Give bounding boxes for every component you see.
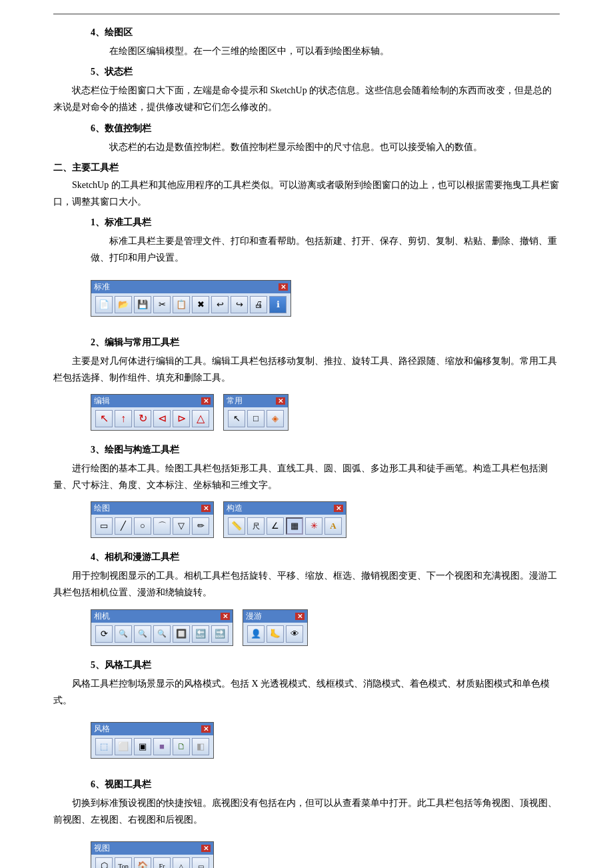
tool-zoom-ext[interactable]: 🔍: [115, 625, 132, 643]
section-edit-toolbar: 2、编辑与常用工具栏 主要是对几何体进行编辑的工具。编辑工具栏包括移动复制、推拉…: [53, 337, 560, 437]
tool-zoom2[interactable]: 🔍: [153, 625, 171, 643]
main-toolbar-title: 二、主要工具栏: [53, 162, 560, 174]
walk-close[interactable]: ✕: [295, 613, 305, 620]
tool-line[interactable]: ╱: [115, 517, 132, 535]
main-toolbar-text: SketchUp 的工具栏和其他应用程序的工具栏类似。可以游离或者吸附到绘图窗口…: [53, 177, 560, 210]
tool-xray[interactable]: ⬚: [95, 738, 113, 755]
tool-3dtext[interactable]: A: [324, 517, 342, 535]
tool-delete[interactable]: ✖: [192, 296, 209, 313]
tool-monochrome[interactable]: ◧: [192, 738, 209, 755]
tool-next-view[interactable]: 🔜: [211, 625, 229, 643]
tool-textured[interactable]: 🗋: [173, 738, 190, 755]
construct-body: 📏 尺 ∠ ▦ ✳ A: [224, 515, 346, 537]
view-close[interactable]: ✕: [201, 845, 211, 852]
tool-shaded[interactable]: ■: [153, 738, 171, 755]
tool-axes[interactable]: ✳: [305, 517, 322, 535]
section-main-toolbar: 二、主要工具栏 SketchUp 的工具栏和其他应用程序的工具栏类似。可以游离或…: [53, 162, 560, 210]
tool-open[interactable]: 📂: [115, 296, 132, 313]
tool-paint[interactable]: ◈: [267, 410, 284, 427]
tool-text[interactable]: ▦: [286, 517, 303, 535]
tool-cut[interactable]: ✂: [153, 296, 171, 313]
tool-rotate[interactable]: ↻: [134, 410, 151, 427]
edit-close[interactable]: ✕: [201, 397, 211, 405]
section-view-toolbar: 6、视图工具栏 切换到标准预设视图的快捷按钮。底视图没有包括在内，但可以从查看菜…: [53, 779, 560, 868]
tool-dimension[interactable]: 尺: [247, 517, 265, 535]
section-drawing-area: 4、绘图区 在绘图区编辑模型。在一个三维的绘图区中，可以看到绘图坐标轴。: [53, 27, 560, 59]
tool-hidden-line[interactable]: ▣: [134, 738, 151, 755]
edit-toolbar-box: 编辑 ✕ ↖ ↑ ↻ ⊲ ⊳ △: [91, 394, 214, 431]
tool-copy[interactable]: 📋: [173, 296, 190, 313]
tool-prev-view[interactable]: 🔙: [192, 625, 209, 643]
common-body: ↖ □ ◈: [224, 407, 288, 430]
tool-arc[interactable]: ⌒: [153, 517, 171, 535]
tool-push[interactable]: ↑: [115, 410, 132, 427]
tool-right[interactable]: ▭: [192, 857, 209, 868]
view-toolbar-text: 切换到标准预设视图的快捷按钮。底视图没有包括在内，但可以从查看菜单中打开。此工具…: [53, 795, 560, 828]
tool-left[interactable]: △: [173, 857, 190, 868]
draw-toolbar-text: 进行绘图的基本工具。绘图工具栏包括矩形工具、直线工具、圆、圆弧、多边形工具和徒手…: [53, 460, 560, 493]
tool-new[interactable]: 📄: [95, 296, 113, 313]
tool-top[interactable]: Top: [115, 857, 132, 868]
style-label: 风格: [94, 723, 110, 735]
tool-follow[interactable]: ⊲: [153, 410, 171, 427]
style-header: 风格 ✕: [91, 723, 213, 735]
tool-home[interactable]: 🏠: [134, 857, 151, 868]
tool-offset[interactable]: △: [192, 410, 209, 427]
standard-toolbar-close[interactable]: ✕: [279, 283, 288, 291]
tool-print[interactable]: 🖨: [250, 296, 267, 313]
view-body: ⬡ Top 🏠 Fr △ ▭: [91, 855, 213, 868]
tool-polygon[interactable]: ▽: [173, 517, 190, 535]
tool-position-camera[interactable]: 👤: [247, 625, 265, 643]
camera-close[interactable]: ✕: [221, 613, 230, 620]
tool-orbit[interactable]: ⟳: [95, 625, 113, 643]
tool-iso[interactable]: ⬡: [95, 857, 113, 868]
draw-header: 绘图 ✕: [91, 502, 213, 515]
draw-toolbar-title: 3、绘图与构造工具栏: [91, 444, 560, 456]
edit-toolbars-row: 编辑 ✕ ↖ ↑ ↻ ⊲ ⊳ △ 常用 ✕ ↖ □ ◈: [91, 390, 560, 437]
tool-info[interactable]: ℹ: [269, 296, 287, 313]
tool-rect[interactable]: ▭: [95, 517, 113, 535]
tool-zoom[interactable]: 🔍: [134, 625, 151, 643]
edit-body: ↖ ↑ ↻ ⊲ ⊳ △: [91, 407, 213, 430]
tool-front[interactable]: Fr: [153, 857, 171, 868]
style-toolbar-title: 5、风格工具栏: [91, 659, 560, 671]
camera-toolbars-row: 相机 ✕ ⟳ 🔍 🔍 🔍 🔲 🔙 🔜 漫游 ✕ 👤 🦶 👁: [91, 605, 560, 653]
common-label: 常用: [227, 395, 243, 407]
value-control-title: 6、数值控制栏: [91, 123, 560, 135]
tool-component[interactable]: □: [247, 410, 265, 427]
tool-save[interactable]: 💾: [134, 296, 151, 313]
tool-circle[interactable]: ○: [134, 517, 151, 535]
walk-label: 漫游: [246, 611, 262, 622]
camera-header: 相机 ✕: [91, 610, 233, 623]
walk-toolbar-box: 漫游 ✕ 👤 🦶 👁: [243, 609, 308, 646]
tool-scale[interactable]: ⊳: [173, 410, 190, 427]
tool-look-around[interactable]: 👁: [286, 625, 303, 643]
tool-wireframe[interactable]: ⬜: [115, 738, 132, 755]
view-header: 视图 ✕: [91, 842, 213, 855]
standard-toolbar-label: 标准: [94, 281, 110, 293]
standard-toolbar-header: 标准 ✕: [91, 281, 291, 293]
tool-select[interactable]: ↖: [228, 410, 245, 427]
common-close[interactable]: ✕: [276, 397, 285, 405]
construct-toolbar-box: 构造 ✕ 📏 尺 ∠ ▦ ✳ A: [223, 501, 346, 538]
drawing-area-text: 在绘图区编辑模型。在一个三维的绘图区中，可以看到绘图坐标轴。: [91, 43, 560, 59]
tool-redo[interactable]: ↪: [231, 296, 248, 313]
tool-move[interactable]: ↖: [95, 410, 113, 427]
style-toolbar-box: 风格 ✕ ⬚ ⬜ ▣ ■ 🗋 ◧: [91, 722, 214, 759]
draw-toolbar-box: 绘图 ✕ ▭ ╱ ○ ⌒ ▽ ✏: [91, 501, 214, 538]
draw-close[interactable]: ✕: [201, 505, 211, 512]
edit-toolbar-title: 2、编辑与常用工具栏: [91, 337, 560, 349]
style-close[interactable]: ✕: [201, 725, 211, 733]
camera-body: ⟳ 🔍 🔍 🔍 🔲 🔙 🔜: [91, 623, 233, 645]
tool-walk[interactable]: 🦶: [267, 625, 284, 643]
edit-header: 编辑 ✕: [91, 395, 213, 407]
status-bar-text: 状态栏位于绘图窗口大下面，左端是命令提示和 SketchUp 的状态信息。这些信…: [53, 82, 560, 115]
tool-freehand[interactable]: ✏: [192, 517, 209, 535]
tool-protractor[interactable]: ∠: [267, 517, 284, 535]
tool-measure[interactable]: 📏: [228, 517, 245, 535]
common-header: 常用 ✕: [224, 395, 288, 407]
construct-close[interactable]: ✕: [334, 505, 343, 512]
section-draw-toolbar: 3、绘图与构造工具栏 进行绘图的基本工具。绘图工具栏包括矩形工具、直线工具、圆、…: [53, 444, 560, 545]
tool-frame[interactable]: 🔲: [173, 625, 190, 643]
tool-undo[interactable]: ↩: [211, 296, 229, 313]
